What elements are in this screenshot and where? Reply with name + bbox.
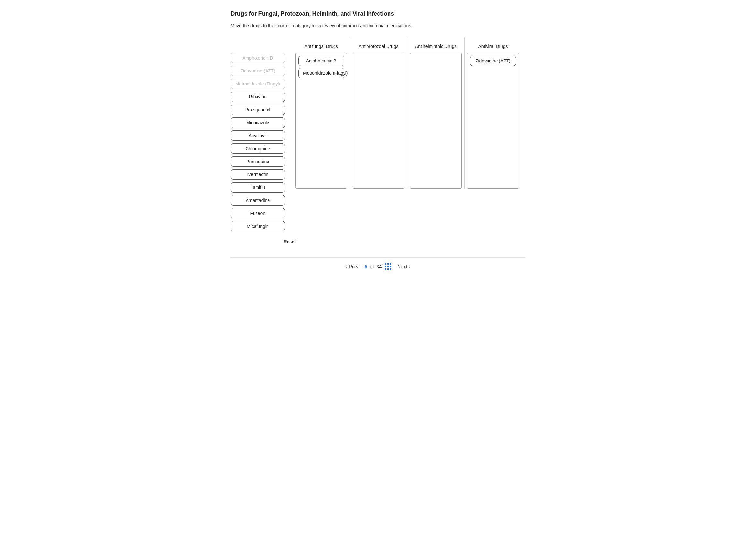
source-drug-praziquantel[interactable]: Praziquantel (231, 105, 285, 115)
source-drug-ivermectin[interactable]: Ivermectin (231, 169, 285, 180)
drop-zone-antiprotozoal[interactable] (353, 53, 404, 189)
category-col-antihelminthic: Antihelminthic Drugs (407, 37, 464, 189)
category-col-antiprotozoal: Antiprotozoal Drugs (350, 37, 407, 189)
category-col-antifungal: Antifungal DrugsAmphotericin BMetronidaz… (293, 37, 350, 189)
placed-drug-metronidazole[interactable]: Metronidazole (Flagyl) (298, 68, 344, 78)
reset-button[interactable]: Reset (284, 239, 296, 244)
category-header-antiviral: Antiviral Drugs (474, 37, 511, 53)
instructions: Move the drugs to their correct category… (231, 23, 526, 28)
next-button[interactable]: Next › (397, 263, 410, 269)
chevron-right-icon: › (409, 263, 410, 269)
total-pages: 34 (376, 264, 382, 269)
drag-area: Amphotericin BZidovudine (AZT)Metronidaz… (231, 37, 526, 231)
source-drug-chloroquine[interactable]: Chloroquine (231, 143, 285, 154)
next-label: Next (397, 264, 407, 269)
separator: of (370, 264, 374, 269)
page-title: Drugs for Fungal, Protozoan, Helminth, a… (231, 10, 526, 17)
source-drug-amphotericin: Amphotericin B (231, 53, 285, 63)
bottom-bar: Reset (284, 239, 526, 244)
page-container: Drugs for Fungal, Protozoan, Helminth, a… (223, 0, 534, 292)
source-drug-list: Amphotericin BZidovudine (AZT)Metronidaz… (231, 53, 285, 231)
source-drug-acyclovir[interactable]: Acyclovir (231, 130, 285, 141)
drop-zone-antihelminthic[interactable] (410, 53, 462, 189)
placed-drug-zidovudine[interactable]: Zidovudine (AZT) (470, 56, 516, 66)
source-drug-metronidazole: Metronidazole (Flagyl) (231, 79, 285, 89)
placed-drug-amphotericin[interactable]: Amphotericin B (298, 56, 344, 66)
category-col-antiviral: Antiviral DrugsZidovudine (AZT) (464, 37, 521, 189)
category-header-antihelminthic: Antihelminthic Drugs (411, 37, 460, 53)
categories-area: Antifungal DrugsAmphotericin BMetronidaz… (293, 37, 526, 189)
current-page: 5 (365, 264, 367, 269)
page-indicator: 5 of 34 (365, 263, 392, 270)
source-drug-micafungin[interactable]: Micafungin (231, 221, 285, 231)
source-drug-fuzeon[interactable]: Fuzeon (231, 208, 285, 218)
source-drug-ribavirin[interactable]: Ribavirin (231, 92, 285, 102)
prev-button[interactable]: ‹ Prev (346, 263, 359, 269)
source-drug-zidovudine: Zidovudine (AZT) (231, 66, 285, 76)
drop-zone-antiviral[interactable]: Zidovudine (AZT) (467, 53, 519, 189)
category-header-antiprotozoal: Antiprotozoal Drugs (355, 37, 402, 53)
footer-nav: ‹ Prev 5 of 34 Next › (231, 257, 526, 272)
source-drug-tamiflu[interactable]: Tamiflu (231, 182, 285, 193)
chevron-left-icon: ‹ (346, 263, 347, 269)
drop-zone-antifungal[interactable]: Amphotericin BMetronidazole (Flagyl) (295, 53, 347, 189)
prev-label: Prev (349, 264, 359, 269)
source-drug-amantadine[interactable]: Amantadine (231, 195, 285, 206)
source-drug-primaquine[interactable]: Primaquine (231, 156, 285, 167)
grid-icon[interactable] (384, 263, 391, 270)
category-header-antifungal: Antifungal Drugs (301, 37, 342, 53)
source-drug-miconazole[interactable]: Miconazole (231, 117, 285, 128)
